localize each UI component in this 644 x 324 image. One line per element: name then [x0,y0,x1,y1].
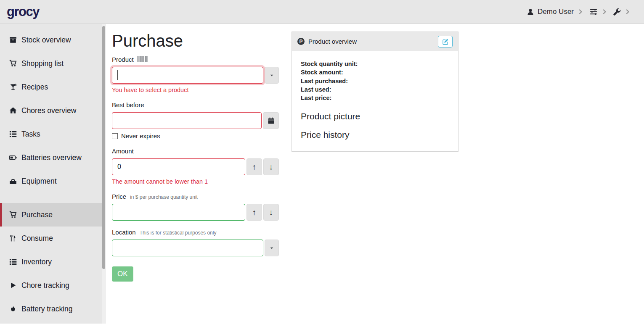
sidebar-item-equipment[interactable]: Equipment [0,169,106,193]
sidebar-item-label: Chores overview [21,106,76,115]
barcode-icon [138,56,148,62]
location-input-row [112,240,279,256]
play-icon [9,282,17,289]
location-label: Location [112,229,136,236]
sidebar-item-consume[interactable]: Consume [0,227,106,250]
price-increment-button[interactable]: ↑ [246,204,262,221]
edit-product-button[interactable] [438,36,453,47]
grocy-logo[interactable]: grocy [7,4,39,19]
sidebar-item-chore-tracking[interactable]: Chore tracking [0,274,106,297]
arrow-down-icon: ↓ [269,163,273,171]
sidebar-item-tasks[interactable]: Tasks [0,122,106,146]
user-icon [527,8,534,15]
user-name: Demo User [538,8,574,16]
sidebar-item-purchase[interactable]: Purchase [0,203,106,227]
chevron-right-icon [602,9,607,15]
product-input-row [112,67,279,84]
product-overview-title-row: P Product overview [297,38,357,45]
sidebar-item-batteries-overview[interactable]: Batteries overview [0,146,106,169]
price-decrement-button[interactable]: ↓ [263,204,279,221]
page-title: Purchase [112,32,279,50]
toolbox-icon [9,177,17,185]
amount-decrement-button[interactable]: ↓ [263,158,279,175]
purchase-form: Purchase Product [112,32,279,282]
sidebar-item-label: Batteries overview [21,153,82,162]
top-nav: Demo User [527,8,631,16]
product-input-wrap [112,67,263,84]
arrow-up-icon: ↑ [252,208,257,216]
sidebar-scrollbar-thumb[interactable] [102,26,105,269]
battery-icon [9,154,17,161]
sidebar-item-label: Tasks [21,130,40,139]
product-overview-card: P Product overview Stock quantity unit: … [292,32,458,152]
stock-amount-label: Stock amount: [301,68,449,76]
sidebar-item-stock-overview[interactable]: Stock overview [0,28,106,52]
top-bar: grocy Demo User [0,0,644,24]
amount-input[interactable] [112,158,245,175]
sidebar-item-label: Purchase [21,211,53,219]
sidebar: Stock overview Shopping list Recipes Cho… [0,24,106,324]
location-dropdown-button[interactable] [265,240,279,256]
product-dropdown-button[interactable] [265,67,279,84]
sidebar-item-battery-tracking[interactable]: Battery tracking [0,297,106,321]
shopping-cart-icon [9,211,17,219]
price-input-wrap [112,204,245,221]
best-before-input[interactable] [112,112,262,129]
sidebar-scrollbar-track[interactable] [102,24,106,324]
wrench-icon [613,8,621,16]
sidebar-item-label: Stock overview [21,36,71,45]
product-overview-header: P Product overview [292,32,458,51]
price-label: Price [112,193,126,200]
arrow-up-icon: ↑ [252,163,257,171]
main-content: Purchase Product [106,24,644,324]
chevron-right-icon [625,9,631,15]
sidebar-item-label: Shopping list [21,59,64,68]
sidebar-item-chores-overview[interactable]: Chores overview [0,99,106,122]
amount-label: Amount [112,148,134,155]
best-before-label-row: Best before [112,101,279,108]
best-before-group: Best before Never expires [112,101,279,140]
product-error: You have to select a product [112,87,279,93]
sliders-icon [589,8,598,16]
amount-label-row: Amount [112,148,279,155]
price-input-row: ↑ ↓ [112,204,279,221]
shopping-cart-icon [9,60,17,67]
sidebar-item-shopping-list[interactable]: Shopping list [0,52,106,75]
chevron-right-icon [578,9,583,15]
price-input[interactable] [112,204,245,221]
caret-down-icon [269,73,274,78]
sidebar-item-recipes[interactable]: Recipes [0,75,106,99]
calendar-icon [268,117,275,124]
box-icon [9,36,17,44]
best-before-label: Best before [112,101,144,108]
calendar-button[interactable] [263,112,279,129]
stock-quantity-unit-label: Stock quantity unit: [301,60,449,68]
sidebar-item-label: Inventory [21,258,52,266]
amount-error: The amount cannot be lower than 1 [112,178,279,185]
location-group: Location This is for statistical purpose… [112,229,279,256]
never-expires-row: Never expires [112,132,279,140]
location-label-row: Location This is for statistical purpose… [112,229,279,236]
admin-menu[interactable] [613,8,631,16]
home-icon [9,107,17,114]
price-history-heading: Price history [301,130,449,140]
price-group: Price in $ per purchase quantity unit ↑ … [112,193,279,221]
text-cursor [117,70,118,80]
best-before-input-row [112,112,279,129]
product-input[interactable] [112,67,263,84]
product-label-row: Product [112,56,279,63]
last-purchased-label: Last purchased: [301,77,449,85]
sidebar-item-label: Battery tracking [21,305,73,313]
user-menu[interactable]: Demo User [527,8,583,16]
never-expires-checkbox[interactable] [112,133,118,139]
location-hint: This is for statistical purposes only [140,230,217,236]
settings-menu[interactable] [589,8,607,16]
ok-button[interactable]: OK [112,266,133,282]
product-label: Product [112,56,134,63]
location-input[interactable] [112,240,263,256]
never-expires-label: Never expires [121,132,160,140]
amount-increment-button[interactable]: ↑ [246,158,262,175]
sidebar-item-inventory[interactable]: Inventory [0,250,106,274]
location-input-wrap [112,240,263,256]
cocktail-icon [9,83,17,91]
